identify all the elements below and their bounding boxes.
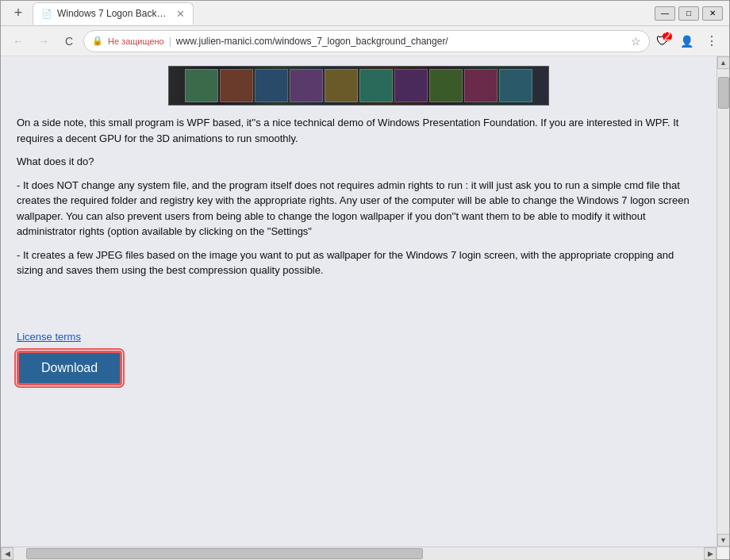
scrollbar-track-v[interactable] <box>717 69 730 534</box>
scrollbar-left-button[interactable]: ◀ <box>1 547 13 560</box>
content-wrapper: On a side note, this small program is WP… <box>1 56 729 547</box>
shield-badge-count: 2 <box>663 32 672 41</box>
download-button[interactable]: Download <box>17 351 122 385</box>
forward-button[interactable]: → <box>33 30 55 52</box>
window-controls: — □ ✕ <box>655 6 723 21</box>
thumb-4 <box>290 69 323 102</box>
thumb-1 <box>185 69 218 102</box>
scrollbar-corner <box>717 547 729 559</box>
text-section: On a side note, this small program is WP… <box>17 115 701 278</box>
thumb-8 <box>429 69 463 102</box>
thumb-6 <box>359 69 393 102</box>
scrollbar-right-button[interactable]: ▶ <box>704 547 717 560</box>
address-separator: | <box>169 36 171 47</box>
thumb-5 <box>325 69 358 102</box>
page-inner: On a side note, this small program is WP… <box>1 56 717 547</box>
page-content: On a side note, this small program is WP… <box>1 56 717 547</box>
scrollbar-down-button[interactable]: ▼ <box>717 534 730 547</box>
back-button[interactable]: ← <box>7 30 29 52</box>
lock-icon: 🔒 <box>92 36 103 46</box>
thumb-10 <box>499 69 532 102</box>
browser-window: + 📄 Windows 7 Logon Backg... ✕ — □ ✕ ← →… <box>0 0 730 560</box>
thumb-2 <box>220 69 253 102</box>
scrollbar-up-button[interactable]: ▲ <box>717 56 730 69</box>
tab-icon: 📄 <box>41 9 52 19</box>
navbar: ← → C 🔒 Не защищено | www.julien-manici.… <box>1 26 729 56</box>
thumb-9 <box>464 69 498 102</box>
paragraph-system: - It does NOT change any system file, an… <box>17 178 701 240</box>
thumbnail-strip <box>183 67 534 104</box>
thumb-7 <box>394 69 428 102</box>
user-account-button[interactable]: 👤 <box>675 30 697 52</box>
browser-tab[interactable]: 📄 Windows 7 Logon Backg... ✕ <box>33 2 194 25</box>
tab-title: Windows 7 Logon Backg... <box>57 8 168 19</box>
horizontal-scrollbar[interactable]: ◀ ▶ <box>1 547 717 559</box>
bottom-scrollbar-row: ◀ ▶ <box>1 547 729 559</box>
address-bar[interactable]: 🔒 Не защищено | www.julien-manici.com/wi… <box>83 30 650 52</box>
address-text: www.julien-manici.com/windows_7_logon_ba… <box>176 36 626 47</box>
browser-menu-button[interactable]: ⋮ <box>701 30 723 52</box>
scrollbar-thumb-h[interactable] <box>26 548 423 559</box>
tab-close-button[interactable]: ✕ <box>176 8 185 20</box>
titlebar-left: + 📄 Windows 7 Logon Backg... ✕ <box>7 2 655 25</box>
refresh-button[interactable]: C <box>58 30 80 52</box>
shield-badge-button[interactable]: 🛡 2 <box>653 32 672 51</box>
screenshot-strip <box>168 66 549 105</box>
license-terms-link[interactable]: License terms <box>17 331 81 343</box>
not-secure-label: Не защищено <box>108 36 164 46</box>
scrollbar-thumb-v[interactable] <box>718 77 729 109</box>
thumb-3 <box>255 69 288 102</box>
vertical-scrollbar[interactable]: ▲ ▼ <box>717 56 729 547</box>
address-actions: ☆ <box>631 35 641 48</box>
paragraph-jpeg: - It creates a few JPEG files based on t… <box>17 247 701 278</box>
new-tab-button[interactable]: + <box>7 2 29 25</box>
paragraph-wpf: On a side note, this small program is WP… <box>17 115 701 146</box>
maximize-button[interactable]: □ <box>678 6 699 21</box>
scrollbar-track-h[interactable] <box>13 547 704 560</box>
titlebar: + 📄 Windows 7 Logon Backg... ✕ — □ ✕ <box>1 1 729 26</box>
paragraph-what: What does it do? <box>17 154 701 170</box>
close-button[interactable]: ✕ <box>702 6 723 21</box>
minimize-button[interactable]: — <box>655 6 675 21</box>
bookmark-star-icon[interactable]: ☆ <box>631 35 641 48</box>
